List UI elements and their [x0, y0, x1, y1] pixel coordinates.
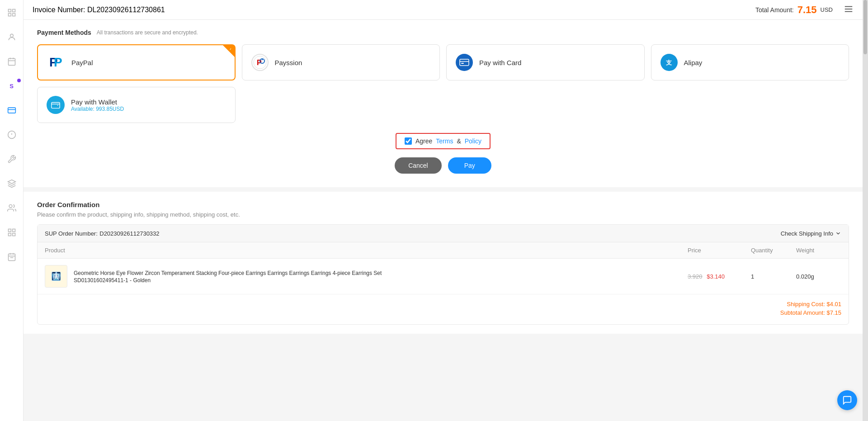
product-table-header: Product Price Quantity Weight — [38, 242, 849, 259]
payment-option-card[interactable]: Pay with Card — [446, 44, 645, 80]
order-title: Order Confirmation — [37, 201, 849, 208]
svg-marker-14 — [8, 180, 15, 184]
sidebar-icon-payment[interactable] — [4, 102, 20, 118]
invoice-number: DL20230926112730861 — [87, 6, 165, 14]
order-number-value: D20230926112730332 — [99, 230, 159, 237]
order-number-info: SUP Order Number: D20230926112730332 — [45, 229, 160, 237]
top-bar: Invoice Number: DL20230926112730861 Tota… — [24, 0, 863, 20]
svg-rect-19 — [12, 233, 15, 236]
order-number-label: SUP Order Number: — [45, 230, 98, 237]
svg-rect-5 — [8, 58, 15, 65]
order-totals: Shipping Cost: $4.01 Subtotal Amount: $7… — [38, 294, 849, 324]
sidebar-icon-dashboard[interactable] — [4, 5, 20, 21]
payment-option-payssion[interactable]: P Payssion — [242, 44, 440, 80]
card-pay-icon — [456, 54, 473, 71]
terms-link[interactable]: Terms — [436, 137, 453, 145]
svg-rect-39 — [52, 103, 60, 109]
agree-box: Agree Terms & Policy — [396, 133, 491, 149]
scrollbar[interactable] — [863, 0, 868, 421]
sidebar-icon-store[interactable]: S — [4, 78, 20, 94]
policy-link[interactable]: Policy — [465, 137, 481, 145]
product-details: Geometric Horse Eye Flower Zircon Temper… — [74, 269, 382, 284]
payment-row2: Pay with Wallet Available: 993.85USD — [37, 87, 849, 123]
scroll-thumb[interactable] — [863, 0, 867, 54]
payment-option-alipay[interactable]: 支 Alipay — [651, 44, 849, 80]
agree-checkbox[interactable] — [405, 137, 412, 145]
svg-rect-16 — [8, 229, 11, 232]
agree-section: Agree Terms & Policy — [37, 133, 849, 149]
invoice-label: Invoice Number: — [33, 6, 85, 14]
order-section: Order Confirmation Please confirm the pr… — [24, 192, 863, 334]
wallet-icon — [47, 96, 65, 114]
sidebar-icon-calendar[interactable] — [4, 53, 20, 70]
paypal-icon: P P — [47, 53, 65, 71]
payment-header: Payment Methods All transactions are sec… — [37, 29, 849, 36]
subtotal-line: Subtotal Amount: $7.15 — [45, 309, 841, 316]
payment-option-paypal[interactable]: ✓ P P PayPal — [37, 44, 236, 80]
svg-rect-17 — [12, 229, 15, 232]
svg-rect-1 — [12, 9, 15, 12]
svg-rect-34 — [460, 59, 469, 66]
alipay-icon: 支 — [660, 54, 678, 71]
sidebar-icon-user[interactable] — [4, 29, 20, 45]
col-quantity: Quantity — [751, 247, 796, 254]
svg-text:支: 支 — [666, 59, 672, 66]
paypal-label: PayPal — [71, 59, 93, 66]
sidebar-icon-schedule[interactable] — [4, 249, 20, 265]
svg-rect-20 — [8, 254, 15, 260]
wallet-label: Pay with Wallet — [71, 98, 124, 106]
price-original: 3.920 — [688, 273, 703, 280]
sidebar-icon-tools[interactable] — [4, 151, 20, 167]
main-content: Invoice Number: DL20230926112730861 Tota… — [24, 0, 863, 421]
payssion-label: Payssion — [275, 59, 302, 66]
check-shipping-button[interactable]: Check Shipping Info — [781, 230, 841, 237]
order-block: SUP Order Number: D20230926112730332 Che… — [37, 224, 849, 325]
shipping-cost-value: $4.01 — [826, 301, 841, 307]
product-sku: SD01301602495411-1 - Golden — [74, 277, 382, 284]
svg-rect-18 — [8, 233, 11, 236]
chat-bubble[interactable] — [837, 390, 857, 410]
product-quantity: 1 — [751, 273, 796, 280]
svg-rect-2 — [8, 14, 11, 16]
col-weight: Weight — [796, 247, 841, 254]
svg-rect-3 — [12, 14, 15, 16]
menu-icon[interactable] — [844, 4, 854, 16]
and-text: & — [457, 137, 461, 145]
invoice-info: Invoice Number: DL20230926112730861 — [33, 6, 165, 14]
col-product: Product — [45, 247, 688, 254]
product-info: 🩻 Geometric Horse Eye Flower Zircon Temp… — [45, 265, 688, 288]
button-section: Cancel Pay — [37, 157, 849, 174]
payment-section: Payment Methods All transactions are sec… — [24, 20, 863, 187]
price-sale: $3.140 — [707, 273, 725, 280]
cancel-button[interactable]: Cancel — [395, 157, 442, 174]
product-name: Geometric Horse Eye Flower Zircon Temper… — [74, 269, 382, 277]
total-label: Total Amount: — [755, 6, 794, 14]
sidebar: S — [0, 0, 24, 421]
sidebar-icon-grid[interactable] — [4, 224, 20, 241]
product-row: 🩻 Geometric Horse Eye Flower Zircon Temp… — [38, 259, 849, 294]
alipay-label: Alipay — [684, 59, 703, 66]
product-weight: 0.020g — [796, 273, 841, 280]
product-price: 3.920 $3.140 — [688, 273, 751, 280]
secure-text: All transactions are secure and encrypte… — [97, 29, 198, 36]
total-currency: USD — [821, 6, 833, 13]
order-subtitle: Please confirm the product, shipping inf… — [37, 211, 849, 218]
sidebar-icon-info[interactable] — [4, 127, 20, 143]
payment-options-grid: ✓ P P PayPal P — [37, 44, 849, 80]
sidebar-icon-users[interactable] — [4, 200, 20, 216]
agree-text: Agree — [415, 137, 432, 145]
subtotal-value: $7.15 — [826, 309, 841, 316]
svg-rect-9 — [8, 108, 15, 113]
payssion-icon: P — [251, 54, 269, 71]
selected-corner — [223, 45, 235, 57]
card-label: Pay with Card — [479, 59, 521, 66]
total-amount: 7.15 — [797, 4, 817, 16]
pay-button[interactable]: Pay — [448, 157, 491, 174]
order-block-header: SUP Order Number: D20230926112730332 Che… — [38, 225, 849, 242]
sidebar-icon-layers[interactable] — [4, 175, 20, 192]
svg-text:P: P — [54, 55, 62, 69]
product-thumbnail: 🩻 — [45, 265, 67, 288]
payment-option-wallet[interactable]: Pay with Wallet Available: 993.85USD — [37, 87, 236, 123]
svg-point-15 — [9, 205, 12, 208]
shipping-cost-line: Shipping Cost: $4.01 — [45, 301, 841, 307]
